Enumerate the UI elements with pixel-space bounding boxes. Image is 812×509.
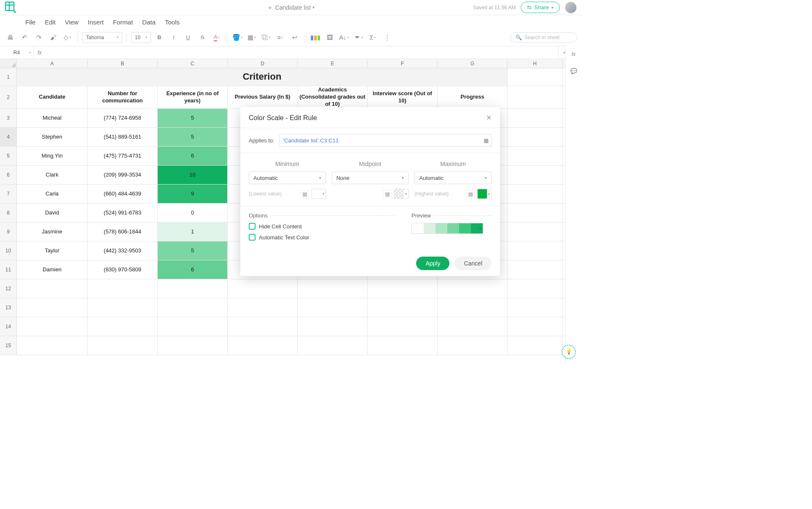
cell[interactable] [508,109,562,127]
cell-experience[interactable]: 6 [158,147,228,165]
font-size-select[interactable]: 10▾ [131,32,151,43]
range-icon[interactable]: ▦ [383,190,392,198]
cell-phone[interactable]: (774) 724-6958 [88,109,158,127]
cell[interactable] [88,298,158,317]
range-icon[interactable]: ▦ [301,190,309,198]
cell-candidate[interactable]: Taylor [17,241,88,260]
share-button[interactable]: ⇆ Share ▾ [521,2,560,13]
cell[interactable] [508,260,562,279]
header-experience[interactable]: Experience (in no of years) [158,86,228,108]
cell[interactable] [508,222,562,241]
cell[interactable] [158,298,228,317]
max-mode-select[interactable]: Automatic▾ [414,171,492,184]
cell[interactable] [508,336,562,355]
sort-icon[interactable]: A↓▾ [338,32,350,43]
cell[interactable] [228,298,298,317]
name-box[interactable]: R4 ▾ [0,46,34,59]
image-icon[interactable]: 🖼 [324,32,336,43]
cell-phone[interactable]: (442) 332-9503 [88,241,158,260]
header-salary[interactable]: Previous Salary (In $) [228,86,298,108]
filter-icon[interactable]: ⏷▾ [352,32,364,43]
borders-icon[interactable]: ▦▾ [246,32,258,43]
cell[interactable] [158,336,228,355]
col-header-A[interactable]: A [17,59,88,68]
row-header[interactable]: 10 [0,241,17,260]
min-color-swatch[interactable]: ▾ [312,189,326,199]
search-input[interactable]: 🔍 Search in sheet [510,32,578,43]
cell-experience[interactable]: 1 [158,222,228,241]
chevron-down-icon[interactable]: ▾ [312,5,315,10]
text-color-icon[interactable]: A▾ [211,32,223,43]
bold-icon[interactable]: B [153,32,165,43]
cell-phone[interactable]: (209) 999-3534 [88,166,158,184]
clear-format-icon[interactable]: ◇▾ [62,32,73,43]
cell[interactable] [88,336,158,355]
max-color-swatch[interactable]: ▾ [477,189,492,199]
cell-candidate[interactable]: Carla [17,185,88,203]
cell[interactable] [508,317,562,336]
cell-experience[interactable]: 0 [158,204,228,222]
col-header-G[interactable]: G [438,59,508,68]
cell[interactable] [508,279,562,298]
cell-phone[interactable]: (541) 889-5161 [88,128,158,146]
row-header[interactable]: 7 [0,185,17,203]
col-header-F[interactable]: F [368,59,438,68]
row-header[interactable]: 6 [0,166,17,184]
cell[interactable] [17,279,88,298]
hide-cell-checkbox[interactable]: Hide Cell Content [249,223,395,230]
range-icon[interactable]: ▦ [466,190,475,198]
cell[interactable] [438,298,508,317]
cell[interactable] [228,336,298,355]
undo-icon[interactable]: ↶ [19,32,30,43]
cell-phone[interactable]: (524) 991-6783 [88,204,158,222]
row-header[interactable]: 4 [0,128,17,146]
row-header[interactable]: 14 [0,317,17,336]
cell[interactable] [17,336,88,355]
cell-experience[interactable]: 10 [158,166,228,184]
cell[interactable] [508,298,562,317]
menu-data[interactable]: Data [142,19,156,26]
font-family-select[interactable]: Tahoma▾ [82,32,122,43]
cell[interactable] [158,279,228,298]
cell[interactable] [228,317,298,336]
cell-phone[interactable]: (830) 970-5809 [88,260,158,279]
cell[interactable] [508,204,562,222]
row-header[interactable]: 9 [0,222,17,241]
preview-gradient[interactable]: ▾ [411,223,483,234]
cell-candidate[interactable]: Damien [17,260,88,279]
chart-icon[interactable]: ▮▮▮ [309,32,321,43]
menu-tools[interactable]: Tools [165,19,180,26]
mid-color-swatch[interactable]: ▾ [394,189,409,199]
menu-edit[interactable]: Edit [45,19,56,26]
col-header-H[interactable]: H [508,59,562,68]
comments-panel-icon[interactable]: 💬 [569,66,579,76]
cell-phone[interactable]: (660) 484-4639 [88,185,158,203]
strike-icon[interactable]: S [196,32,208,43]
cell[interactable] [438,279,508,298]
cell[interactable] [228,279,298,298]
cell[interactable] [368,317,438,336]
cell[interactable] [17,298,88,317]
mid-mode-select[interactable]: None▾ [332,171,409,184]
col-header-D[interactable]: D [228,59,298,68]
title-cell[interactable]: Criterion [17,68,508,86]
min-mode-select[interactable]: Automatic▾ [249,171,326,184]
header-progress[interactable]: Progress [438,86,508,108]
header-number[interactable]: Number for communication [88,86,158,108]
cell[interactable] [368,298,438,317]
row-header[interactable]: 3 [0,109,17,127]
cell-experience[interactable]: 5 [158,128,228,146]
cell-experience[interactable]: 5 [158,241,228,260]
row-header[interactable]: 12 [0,279,17,298]
wrap-icon[interactable]: ↩ [289,32,301,43]
sum-icon[interactable]: Σ▾ [367,32,379,43]
cell[interactable] [368,279,438,298]
applies-to-input[interactable]: 'Candidate list'.C3:C11 ▦ [280,134,492,147]
menu-insert[interactable]: Insert [88,19,104,26]
cell[interactable] [508,147,562,165]
cell[interactable] [508,241,562,260]
cell[interactable] [298,336,368,355]
cell[interactable] [88,279,158,298]
cell-phone[interactable]: (578) 606-1844 [88,222,158,241]
cell-candidate[interactable]: Clark [17,166,88,184]
